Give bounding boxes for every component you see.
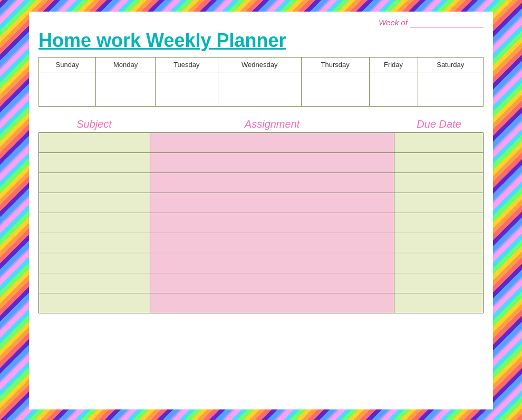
- week-of-label: Week of: [379, 18, 408, 27]
- day-thursday: Thursday: [301, 58, 369, 72]
- subject-cell-4[interactable]: [39, 213, 150, 233]
- subject-cell-2[interactable]: [39, 173, 150, 193]
- duedate-cell-0[interactable]: [394, 133, 484, 153]
- week-of-line: Week of: [38, 18, 484, 27]
- assignment-cell-4[interactable]: [150, 213, 394, 233]
- day-tuesday: Tuesday: [155, 58, 218, 72]
- week-of-underline: [410, 18, 484, 27]
- subject-header: Subject: [38, 118, 150, 130]
- assignment-row: [39, 273, 484, 293]
- monday-cell[interactable]: [96, 72, 156, 107]
- tuesday-cell[interactable]: [155, 72, 218, 107]
- assignment-row: [39, 253, 484, 273]
- assignment-header: Assignment: [150, 118, 394, 130]
- section-headers: Subject Assignment Due Date: [38, 118, 484, 132]
- assignment-cell-7[interactable]: [150, 273, 394, 293]
- subject-cell-0[interactable]: [39, 133, 150, 153]
- duedate-cell-1[interactable]: [394, 153, 484, 173]
- day-sunday: Sunday: [39, 58, 96, 72]
- assignment-row: [39, 133, 484, 153]
- main-content-area: Week of Home work Weekly Planner Sunday …: [29, 12, 493, 409]
- duedate-cell-6[interactable]: [394, 253, 484, 273]
- duedate-cell-4[interactable]: [394, 213, 484, 233]
- subject-cell-8[interactable]: [39, 293, 150, 313]
- subject-cell-6[interactable]: [39, 253, 150, 273]
- duedate-header: Due Date: [394, 118, 484, 130]
- assignment-row: [39, 233, 484, 253]
- assignment-row: [39, 293, 484, 313]
- weekly-row: [39, 72, 484, 107]
- saturday-cell[interactable]: [418, 72, 484, 107]
- assignment-cell-1[interactable]: [150, 153, 394, 173]
- assignment-cell-5[interactable]: [150, 233, 394, 253]
- subject-cell-7[interactable]: [39, 273, 150, 293]
- assignment-cell-0[interactable]: [150, 133, 394, 153]
- assignment-row: [39, 153, 484, 173]
- weekly-calendar-table: Sunday Monday Tuesday Wednesday Thursday…: [38, 57, 484, 107]
- subject-cell-3[interactable]: [39, 193, 150, 213]
- assignment-row: [39, 173, 484, 193]
- duedate-cell-5[interactable]: [394, 233, 484, 253]
- wednesday-cell[interactable]: [218, 72, 301, 107]
- duedate-cell-7[interactable]: [394, 273, 484, 293]
- day-wednesday: Wednesday: [218, 58, 301, 72]
- day-saturday: Saturday: [418, 58, 484, 72]
- assignment-row: [39, 193, 484, 213]
- thursday-cell[interactable]: [301, 72, 369, 107]
- duedate-cell-8[interactable]: [394, 293, 484, 313]
- assignment-row: [39, 213, 484, 233]
- assignment-cell-8[interactable]: [150, 293, 394, 313]
- subject-cell-1[interactable]: [39, 153, 150, 173]
- friday-cell[interactable]: [369, 72, 418, 107]
- sunday-cell[interactable]: [39, 72, 96, 107]
- duedate-cell-2[interactable]: [394, 173, 484, 193]
- subject-cell-5[interactable]: [39, 233, 150, 253]
- assignment-cell-3[interactable]: [150, 193, 394, 213]
- planner-title: Home work Weekly Planner: [38, 30, 484, 52]
- day-friday: Friday: [369, 58, 418, 72]
- duedate-cell-3[interactable]: [394, 193, 484, 213]
- assignment-cell-6[interactable]: [150, 253, 394, 273]
- assignment-table: [38, 132, 484, 313]
- assignment-cell-2[interactable]: [150, 173, 394, 193]
- day-monday: Monday: [96, 58, 156, 72]
